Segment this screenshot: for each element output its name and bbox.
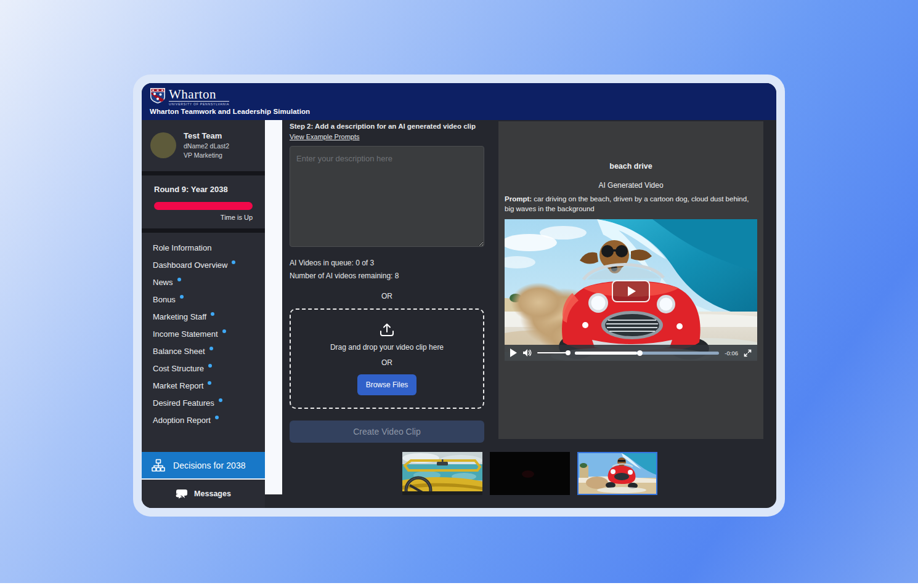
seek-knob[interactable] bbox=[637, 350, 643, 356]
dropzone-or: OR bbox=[381, 358, 392, 367]
main-content: Step 2: Add a description for an AI gene… bbox=[282, 120, 776, 508]
bottom-strip bbox=[0, 583, 918, 588]
wharton-shield-icon bbox=[150, 87, 166, 104]
clip-prompt: Prompt: car driving on the beach, driven… bbox=[505, 195, 757, 214]
unread-dot bbox=[209, 347, 213, 350]
round-timer-status: Time is Up bbox=[154, 214, 253, 221]
video-player[interactable]: -0:06 bbox=[505, 219, 757, 361]
team-role: VP Marketing bbox=[184, 151, 229, 159]
team-card: Test Team dName2 dLast2 VP Marketing bbox=[142, 120, 265, 171]
scrollbar-track[interactable] bbox=[265, 120, 282, 508]
divider bbox=[142, 171, 265, 175]
volume-knob[interactable] bbox=[566, 350, 571, 355]
unread-dot bbox=[208, 381, 211, 385]
team-name: Test Team bbox=[184, 131, 229, 140]
sidebar: Test Team dName2 dLast2 VP Marketing Rou… bbox=[142, 120, 265, 508]
sidebar-item-adoption-report[interactable]: Adoption Report bbox=[147, 411, 265, 429]
sidebar-item-role-information[interactable]: Role Information bbox=[147, 239, 265, 256]
volume-slider[interactable] bbox=[537, 352, 569, 353]
video-controls: -0:06 bbox=[505, 345, 757, 361]
video-preview-panel: beach drive AI Generated Video Prompt: c… bbox=[498, 121, 763, 439]
queue-status: AI Videos in queue: 0 of 3 bbox=[290, 259, 484, 267]
divider bbox=[142, 228, 265, 233]
play-icon bbox=[628, 286, 636, 296]
unread-dot bbox=[211, 312, 214, 316]
decisions-label: Decisions for 2038 bbox=[173, 461, 246, 470]
sidebar-item-income-statement[interactable]: Income Statement bbox=[147, 325, 265, 342]
seek-fill bbox=[575, 352, 637, 355]
unread-dot bbox=[177, 278, 181, 281]
time-remaining: -0:06 bbox=[725, 350, 738, 356]
team-avatar bbox=[150, 132, 176, 158]
app-frame: Wharton University of Pennsylvania Whart… bbox=[133, 75, 785, 517]
seek-bar[interactable] bbox=[575, 352, 719, 355]
clip-type-label: AI Generated Video bbox=[498, 181, 763, 190]
view-example-prompts-link[interactable]: View Example Prompts bbox=[290, 133, 360, 140]
thumbnail-black-clip[interactable] bbox=[490, 452, 570, 495]
unread-dot bbox=[180, 295, 184, 299]
sidebar-item-bonus[interactable]: Bonus bbox=[147, 291, 265, 308]
dropzone-text: Drag and drop your video clip here bbox=[330, 343, 444, 352]
remaining-status: Number of AI videos remaining: 8 bbox=[290, 272, 484, 280]
sidebar-item-dashboard-overview[interactable]: Dashboard Overview bbox=[147, 256, 265, 273]
sidebar-item-cost-structure[interactable]: Cost Structure bbox=[147, 360, 265, 377]
browse-files-button[interactable]: Browse Files bbox=[357, 374, 417, 395]
description-input[interactable] bbox=[290, 146, 484, 247]
video-form: Step 2: Add a description for an AI gene… bbox=[290, 121, 484, 443]
round-label: Round 9: Year 2038 bbox=[154, 185, 253, 194]
chat-bubbles-icon bbox=[176, 488, 189, 499]
upload-icon bbox=[379, 323, 395, 337]
unread-dot bbox=[222, 329, 226, 333]
unread-dot bbox=[215, 416, 219, 419]
round-progress-bar bbox=[154, 202, 253, 210]
step2-title: Step 2: Add a description for an AI gene… bbox=[290, 123, 484, 130]
play-button[interactable] bbox=[510, 348, 517, 357]
create-video-clip-button[interactable]: Create Video Clip bbox=[290, 421, 484, 443]
sidebar-item-decisions[interactable]: Decisions for 2038 bbox=[142, 452, 265, 480]
team-member: dName2 dLast2 bbox=[184, 142, 229, 150]
clip-title: beach drive bbox=[498, 162, 763, 171]
messages-label: Messages bbox=[194, 489, 231, 498]
thumbnail-beach-drive-clip[interactable] bbox=[577, 452, 657, 495]
brand-subtext: University of Pennsylvania bbox=[169, 102, 229, 106]
wharton-logo: Wharton University of Pennsylvania bbox=[150, 87, 776, 106]
fullscreen-icon[interactable] bbox=[744, 349, 752, 357]
app-title: Wharton Teamwork and Leadership Simulati… bbox=[150, 108, 776, 115]
sidebar-item-balance-sheet[interactable]: Balance Sheet bbox=[147, 342, 265, 360]
sidebar-item-marketing-staff[interactable]: Marketing Staff bbox=[147, 308, 265, 325]
messages-button[interactable]: Messages bbox=[142, 480, 265, 508]
brand-name: Wharton bbox=[169, 87, 229, 102]
sidebar-item-market-report[interactable]: Market Report bbox=[147, 377, 265, 394]
round-section: Round 9: Year 2038 Time is Up bbox=[142, 175, 265, 228]
sidebar-item-desired-features[interactable]: Desired Features bbox=[147, 394, 265, 411]
unread-dot bbox=[208, 364, 212, 368]
sidebar-nav: Role Information Dashboard Overview News… bbox=[142, 233, 265, 452]
unread-dot bbox=[219, 398, 222, 402]
app-window: Wharton University of Pennsylvania Whart… bbox=[142, 83, 776, 508]
sidebar-item-news[interactable]: News bbox=[147, 273, 265, 291]
volume-icon[interactable] bbox=[522, 348, 532, 357]
clip-thumbnails bbox=[290, 452, 776, 495]
video-dropzone[interactable]: Drag and drop your video clip here OR Br… bbox=[290, 308, 484, 409]
thumbnail-dashboard-clip[interactable] bbox=[402, 452, 482, 495]
or-separator: OR bbox=[290, 292, 484, 300]
sitemap-icon bbox=[152, 459, 165, 472]
unread-dot bbox=[232, 260, 235, 264]
app-header: Wharton University of Pennsylvania Whart… bbox=[142, 83, 776, 120]
play-overlay-button[interactable] bbox=[612, 280, 650, 302]
